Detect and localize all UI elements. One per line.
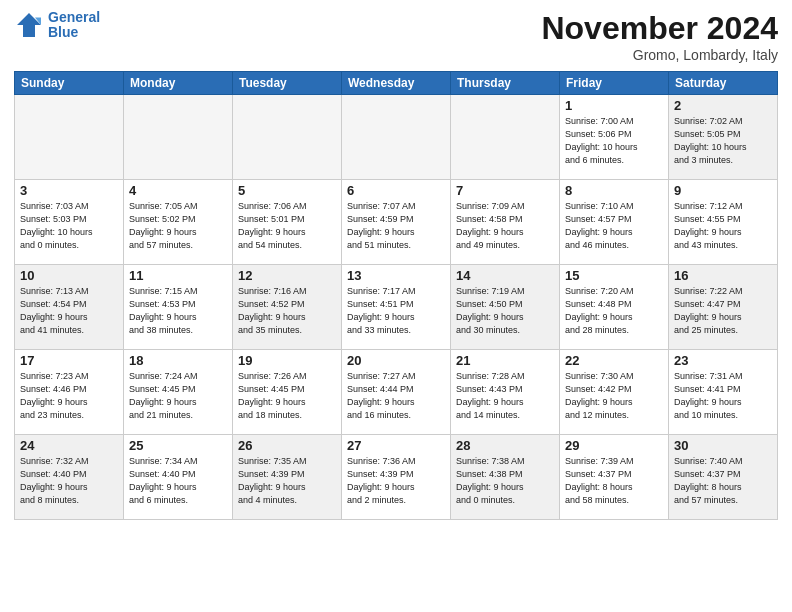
day-number: 21 — [456, 353, 554, 368]
calendar-cell: 5Sunrise: 7:06 AM Sunset: 5:01 PM Daylig… — [233, 180, 342, 265]
calendar-cell: 24Sunrise: 7:32 AM Sunset: 4:40 PM Dayli… — [15, 435, 124, 520]
day-number: 26 — [238, 438, 336, 453]
day-number: 5 — [238, 183, 336, 198]
day-number: 12 — [238, 268, 336, 283]
calendar-cell: 8Sunrise: 7:10 AM Sunset: 4:57 PM Daylig… — [560, 180, 669, 265]
cell-info: Sunrise: 7:05 AM Sunset: 5:02 PM Dayligh… — [129, 200, 227, 252]
calendar-cell — [233, 95, 342, 180]
day-number: 6 — [347, 183, 445, 198]
day-number: 29 — [565, 438, 663, 453]
day-number: 15 — [565, 268, 663, 283]
cell-info: Sunrise: 7:00 AM Sunset: 5:06 PM Dayligh… — [565, 115, 663, 167]
calendar-cell: 16Sunrise: 7:22 AM Sunset: 4:47 PM Dayli… — [669, 265, 778, 350]
month-title: November 2024 — [541, 10, 778, 47]
cell-info: Sunrise: 7:07 AM Sunset: 4:59 PM Dayligh… — [347, 200, 445, 252]
cell-info: Sunrise: 7:02 AM Sunset: 5:05 PM Dayligh… — [674, 115, 772, 167]
calendar-week-row: 1Sunrise: 7:00 AM Sunset: 5:06 PM Daylig… — [15, 95, 778, 180]
calendar-cell: 25Sunrise: 7:34 AM Sunset: 4:40 PM Dayli… — [124, 435, 233, 520]
cell-info: Sunrise: 7:06 AM Sunset: 5:01 PM Dayligh… — [238, 200, 336, 252]
calendar-cell: 30Sunrise: 7:40 AM Sunset: 4:37 PM Dayli… — [669, 435, 778, 520]
cell-info: Sunrise: 7:16 AM Sunset: 4:52 PM Dayligh… — [238, 285, 336, 337]
calendar-cell: 6Sunrise: 7:07 AM Sunset: 4:59 PM Daylig… — [342, 180, 451, 265]
day-number: 18 — [129, 353, 227, 368]
calendar-cell: 19Sunrise: 7:26 AM Sunset: 4:45 PM Dayli… — [233, 350, 342, 435]
calendar-cell — [342, 95, 451, 180]
day-number: 22 — [565, 353, 663, 368]
day-number: 11 — [129, 268, 227, 283]
cell-info: Sunrise: 7:31 AM Sunset: 4:41 PM Dayligh… — [674, 370, 772, 422]
cell-info: Sunrise: 7:13 AM Sunset: 4:54 PM Dayligh… — [20, 285, 118, 337]
calendar-week-row: 24Sunrise: 7:32 AM Sunset: 4:40 PM Dayli… — [15, 435, 778, 520]
calendar-cell: 23Sunrise: 7:31 AM Sunset: 4:41 PM Dayli… — [669, 350, 778, 435]
day-number: 28 — [456, 438, 554, 453]
cell-info: Sunrise: 7:03 AM Sunset: 5:03 PM Dayligh… — [20, 200, 118, 252]
location: Gromo, Lombardy, Italy — [541, 47, 778, 63]
day-number: 27 — [347, 438, 445, 453]
calendar-week-row: 10Sunrise: 7:13 AM Sunset: 4:54 PM Dayli… — [15, 265, 778, 350]
calendar-cell: 14Sunrise: 7:19 AM Sunset: 4:50 PM Dayli… — [451, 265, 560, 350]
day-number: 4 — [129, 183, 227, 198]
weekday-header: Sunday — [15, 72, 124, 95]
day-number: 30 — [674, 438, 772, 453]
calendar-cell: 1Sunrise: 7:00 AM Sunset: 5:06 PM Daylig… — [560, 95, 669, 180]
cell-info: Sunrise: 7:20 AM Sunset: 4:48 PM Dayligh… — [565, 285, 663, 337]
calendar-cell: 29Sunrise: 7:39 AM Sunset: 4:37 PM Dayli… — [560, 435, 669, 520]
calendar-cell: 15Sunrise: 7:20 AM Sunset: 4:48 PM Dayli… — [560, 265, 669, 350]
cell-info: Sunrise: 7:22 AM Sunset: 4:47 PM Dayligh… — [674, 285, 772, 337]
cell-info: Sunrise: 7:39 AM Sunset: 4:37 PM Dayligh… — [565, 455, 663, 507]
weekday-header: Monday — [124, 72, 233, 95]
weekday-header: Saturday — [669, 72, 778, 95]
calendar-cell: 28Sunrise: 7:38 AM Sunset: 4:38 PM Dayli… — [451, 435, 560, 520]
calendar-cell: 9Sunrise: 7:12 AM Sunset: 4:55 PM Daylig… — [669, 180, 778, 265]
day-number: 16 — [674, 268, 772, 283]
cell-info: Sunrise: 7:28 AM Sunset: 4:43 PM Dayligh… — [456, 370, 554, 422]
day-number: 23 — [674, 353, 772, 368]
calendar-cell: 2Sunrise: 7:02 AM Sunset: 5:05 PM Daylig… — [669, 95, 778, 180]
cell-info: Sunrise: 7:27 AM Sunset: 4:44 PM Dayligh… — [347, 370, 445, 422]
calendar-cell: 10Sunrise: 7:13 AM Sunset: 4:54 PM Dayli… — [15, 265, 124, 350]
calendar-cell — [15, 95, 124, 180]
calendar-table: SundayMondayTuesdayWednesdayThursdayFrid… — [14, 71, 778, 520]
day-number: 2 — [674, 98, 772, 113]
cell-info: Sunrise: 7:35 AM Sunset: 4:39 PM Dayligh… — [238, 455, 336, 507]
calendar-cell: 4Sunrise: 7:05 AM Sunset: 5:02 PM Daylig… — [124, 180, 233, 265]
calendar-cell — [451, 95, 560, 180]
day-number: 19 — [238, 353, 336, 368]
cell-info: Sunrise: 7:17 AM Sunset: 4:51 PM Dayligh… — [347, 285, 445, 337]
weekday-header: Friday — [560, 72, 669, 95]
day-number: 9 — [674, 183, 772, 198]
cell-info: Sunrise: 7:34 AM Sunset: 4:40 PM Dayligh… — [129, 455, 227, 507]
weekday-header: Thursday — [451, 72, 560, 95]
cell-info: Sunrise: 7:19 AM Sunset: 4:50 PM Dayligh… — [456, 285, 554, 337]
calendar-cell: 26Sunrise: 7:35 AM Sunset: 4:39 PM Dayli… — [233, 435, 342, 520]
calendar-cell: 18Sunrise: 7:24 AM Sunset: 4:45 PM Dayli… — [124, 350, 233, 435]
calendar-cell: 27Sunrise: 7:36 AM Sunset: 4:39 PM Dayli… — [342, 435, 451, 520]
day-number: 20 — [347, 353, 445, 368]
logo: General Blue — [14, 10, 100, 41]
calendar-cell: 7Sunrise: 7:09 AM Sunset: 4:58 PM Daylig… — [451, 180, 560, 265]
calendar-cell: 20Sunrise: 7:27 AM Sunset: 4:44 PM Dayli… — [342, 350, 451, 435]
logo-text: General Blue — [48, 10, 100, 41]
calendar-week-row: 3Sunrise: 7:03 AM Sunset: 5:03 PM Daylig… — [15, 180, 778, 265]
cell-info: Sunrise: 7:23 AM Sunset: 4:46 PM Dayligh… — [20, 370, 118, 422]
svg-marker-0 — [17, 13, 41, 37]
calendar-cell — [124, 95, 233, 180]
calendar-cell: 22Sunrise: 7:30 AM Sunset: 4:42 PM Dayli… — [560, 350, 669, 435]
cell-info: Sunrise: 7:26 AM Sunset: 4:45 PM Dayligh… — [238, 370, 336, 422]
calendar-week-row: 17Sunrise: 7:23 AM Sunset: 4:46 PM Dayli… — [15, 350, 778, 435]
cell-info: Sunrise: 7:09 AM Sunset: 4:58 PM Dayligh… — [456, 200, 554, 252]
title-block: November 2024 Gromo, Lombardy, Italy — [541, 10, 778, 63]
day-number: 13 — [347, 268, 445, 283]
cell-info: Sunrise: 7:10 AM Sunset: 4:57 PM Dayligh… — [565, 200, 663, 252]
calendar-cell: 11Sunrise: 7:15 AM Sunset: 4:53 PM Dayli… — [124, 265, 233, 350]
page: General Blue November 2024 Gromo, Lombar… — [0, 0, 792, 612]
cell-info: Sunrise: 7:30 AM Sunset: 4:42 PM Dayligh… — [565, 370, 663, 422]
cell-info: Sunrise: 7:38 AM Sunset: 4:38 PM Dayligh… — [456, 455, 554, 507]
cell-info: Sunrise: 7:36 AM Sunset: 4:39 PM Dayligh… — [347, 455, 445, 507]
calendar-cell: 13Sunrise: 7:17 AM Sunset: 4:51 PM Dayli… — [342, 265, 451, 350]
weekday-header: Wednesday — [342, 72, 451, 95]
day-number: 1 — [565, 98, 663, 113]
day-number: 3 — [20, 183, 118, 198]
day-number: 24 — [20, 438, 118, 453]
day-number: 17 — [20, 353, 118, 368]
